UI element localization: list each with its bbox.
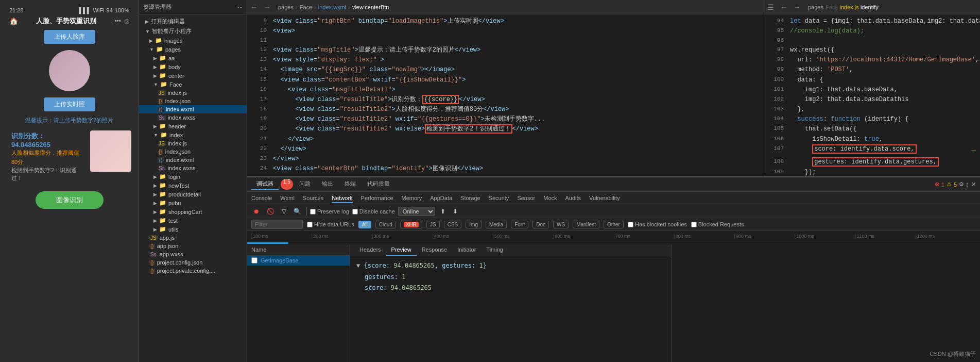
- record-button[interactable]: ⏺: [251, 207, 262, 216]
- sidebar-item-index-json[interactable]: {} index.json: [139, 147, 247, 156]
- sidebar-item-root[interactable]: ▼ 智能餐厅小程序: [139, 26, 247, 36]
- js-back-icon[interactable]: ←: [777, 3, 790, 11]
- sidebar-item-test[interactable]: ▶ 📁 test: [139, 216, 247, 225]
- blocked-requests-checkbox[interactable]: [691, 222, 697, 227]
- sidebar-item-index-wxss[interactable]: Ss index.wxss: [139, 164, 247, 172]
- close-icon[interactable]: ✕: [971, 181, 976, 188]
- sidebar-item-appwxss[interactable]: Ss app.wxss: [139, 250, 247, 258]
- blocked-requests-label[interactable]: Blocked Requests: [691, 221, 744, 227]
- search-button[interactable]: 🔍: [291, 207, 303, 216]
- filter-media[interactable]: Media: [486, 221, 507, 228]
- wxml-code[interactable]: 9 <view class="rightBtn" bindtap="loadIm…: [247, 14, 764, 176]
- net-item-checkbox[interactable]: [251, 257, 257, 264]
- sidebar-item-appjs[interactable]: JS app.js: [139, 234, 247, 242]
- sidebar-item-open-editors[interactable]: ▶ 打开的编辑器: [139, 17, 247, 26]
- tab-vulnerability[interactable]: Vulnerability: [589, 194, 620, 203]
- filter-font[interactable]: Font: [511, 221, 528, 228]
- disable-cache-checkbox[interactable]: [352, 209, 358, 215]
- sidebar-item-face-indexwxss[interactable]: Ss index.wxss: [139, 113, 247, 122]
- forward-icon[interactable]: →: [261, 3, 274, 11]
- sidebar-item-projectconfig[interactable]: {} project.config.json: [139, 258, 247, 267]
- filter-img[interactable]: Img: [466, 221, 482, 228]
- filter-all[interactable]: All: [358, 221, 371, 228]
- sidebar-item-projectprivate[interactable]: {} project.private.config....: [139, 267, 247, 275]
- camera-icon[interactable]: ◎: [124, 18, 129, 25]
- filter-doc[interactable]: Doc: [532, 221, 549, 228]
- sidebar-item-aa[interactable]: ▶ 📁 aa: [139, 54, 247, 62]
- hide-data-urls-checkbox[interactable]: [307, 222, 313, 227]
- tab-preview[interactable]: Preview: [386, 244, 417, 256]
- throttle-select[interactable]: Online Slow 3G Offline: [398, 207, 435, 216]
- tab-security[interactable]: Security: [489, 194, 509, 203]
- filter-xhr[interactable]: XHR: [400, 221, 422, 228]
- home-icon[interactable]: 🏠: [9, 17, 18, 25]
- tab-audits[interactable]: Audits: [565, 194, 581, 203]
- back-icon[interactable]: ←: [247, 3, 261, 11]
- tab-timing[interactable]: Timing: [481, 244, 508, 256]
- filter-toggle-button[interactable]: ▽: [280, 207, 288, 216]
- sidebar-item-shoppingcart[interactable]: ▶ 📁 shoppingCart: [139, 207, 247, 216]
- tab-sensor[interactable]: Sensor: [517, 194, 535, 203]
- sidebar-item-index-js[interactable]: JS index.js: [139, 139, 247, 147]
- js-forward-icon[interactable]: →: [790, 3, 804, 11]
- network-item-getimagewbase[interactable]: GetImageBase: [247, 255, 350, 266]
- sidebar-item-face[interactable]: ▼ 📁 Face: [139, 80, 247, 89]
- tab-appdata[interactable]: AppData: [430, 194, 452, 203]
- tab-mock[interactable]: Mock: [543, 194, 557, 203]
- split-icon[interactable]: ⫿: [966, 182, 969, 188]
- blocked-cookies-label[interactable]: Has blocked cookies: [628, 221, 687, 227]
- js-menu-icon[interactable]: ☰: [764, 3, 777, 11]
- filetree-more-icon[interactable]: ···: [238, 4, 243, 10]
- filter-css[interactable]: CSS: [444, 221, 462, 228]
- recognize-button[interactable]: 图像识别: [36, 191, 104, 209]
- clear-button[interactable]: 🚫: [265, 207, 277, 216]
- hide-data-urls-label[interactable]: Hide data URLs: [307, 221, 354, 227]
- tab-problems[interactable]: 问题: [294, 179, 316, 190]
- tab-debugger[interactable]: 调试器: [251, 179, 279, 190]
- tab-memory[interactable]: Memory: [402, 194, 422, 203]
- filter-manifest[interactable]: Manifest: [573, 221, 599, 228]
- preserve-log-checkbox[interactable]: [310, 209, 316, 215]
- sidebar-item-images[interactable]: ▶ 📁 images: [139, 36, 247, 45]
- sidebar-item-face-indexjson[interactable]: {} index.json: [139, 97, 247, 105]
- tab-storage[interactable]: Storage: [460, 194, 480, 203]
- sidebar-item-header[interactable]: ▶ 📁 header: [139, 122, 247, 130]
- tab-codequality[interactable]: 代码质量: [362, 179, 395, 190]
- js-code[interactable]: 94 let data = {img1: that.data.baseData,…: [764, 14, 980, 176]
- tab-performance[interactable]: Performance: [361, 194, 393, 203]
- tab-wxml[interactable]: Wxml: [280, 194, 295, 203]
- upload-realtime-button[interactable]: 上传实时照: [44, 97, 95, 111]
- sidebar-item-index-wxml[interactable]: ⟨⟩ index.wxml: [139, 156, 247, 164]
- sidebar-item-face-indexjs[interactable]: JS index.js: [139, 89, 247, 97]
- expand-icon[interactable]: ▼: [356, 262, 360, 269]
- tab-network[interactable]: Network: [332, 194, 352, 203]
- filter-input[interactable]: [251, 220, 303, 229]
- sidebar-item-login[interactable]: ▶ 📁 login: [139, 172, 247, 181]
- sidebar-item-face-indexwxml[interactable]: ⟨⟩ index.wxml: [139, 105, 247, 113]
- tab-terminal[interactable]: 终端: [339, 179, 361, 190]
- sidebar-item-productdetail[interactable]: ▶ 📁 productdetail: [139, 190, 247, 199]
- sidebar-item-utils[interactable]: ▶ 📁 utils: [139, 225, 247, 234]
- tab-output[interactable]: 输出: [317, 179, 338, 190]
- filter-js[interactable]: JS: [426, 221, 440, 228]
- tab-headers[interactable]: Headers: [354, 244, 386, 256]
- tab-console[interactable]: Console: [251, 194, 272, 203]
- upload-icon[interactable]: ⬆: [438, 207, 448, 216]
- blocked-cookies-checkbox[interactable]: [628, 222, 633, 227]
- more-icon[interactable]: •••: [114, 18, 121, 25]
- tab-response[interactable]: Response: [417, 244, 453, 256]
- tab-initiator[interactable]: Initiator: [452, 244, 481, 256]
- sidebar-item-index-folder[interactable]: ▼ 📁 index: [139, 130, 247, 139]
- sidebar-item-body[interactable]: ▶ 📁 body: [139, 62, 247, 71]
- sidebar-item-pages[interactable]: ▼ 📁 pages: [139, 45, 247, 54]
- preserve-log-label[interactable]: Preserve log: [310, 208, 349, 215]
- upload-face-button[interactable]: 上传人脸库: [44, 30, 95, 44]
- tab-sources[interactable]: Sources: [303, 194, 323, 203]
- sidebar-item-newtest[interactable]: ▶ 📁 newTest: [139, 181, 247, 190]
- filter-cloud[interactable]: Cloud: [375, 221, 396, 228]
- settings-icon[interactable]: ⚙: [959, 181, 964, 188]
- download-icon[interactable]: ⬇: [451, 207, 460, 216]
- filter-ws[interactable]: WS: [553, 221, 569, 228]
- disable-cache-label[interactable]: Disable cache: [352, 208, 395, 215]
- sidebar-item-appjson[interactable]: {} app.json: [139, 242, 247, 250]
